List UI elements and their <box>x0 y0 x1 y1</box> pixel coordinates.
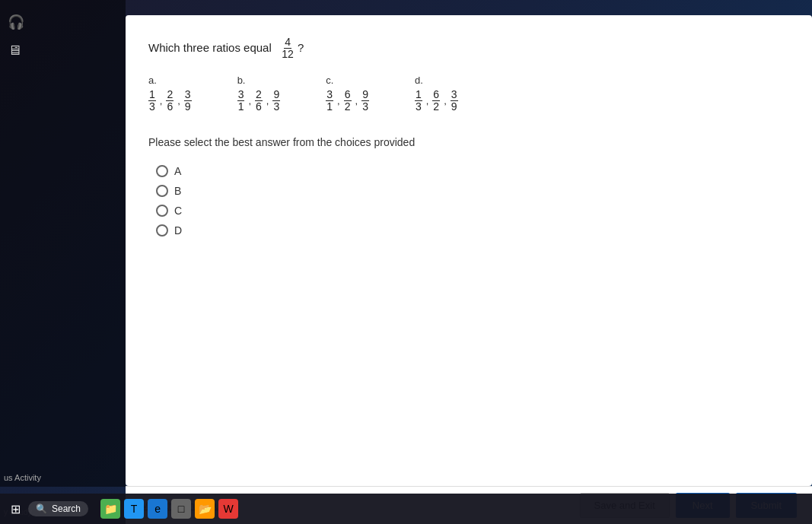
choice-d-letter: d. <box>415 75 423 86</box>
choice-b-fractions: 3 1 , 2 6 , 9 3 <box>237 89 281 113</box>
option-b-circle <box>156 185 168 197</box>
choice-d-frac1: 1 3 <box>415 89 422 113</box>
choice-c-frac3: 9 3 <box>361 89 369 113</box>
choices-row: a. 1 3 , 2 6 , 3 9 b. <box>148 75 789 113</box>
question-text: Which three ratios equal <box>148 41 272 54</box>
option-a-circle <box>156 165 168 177</box>
choice-b-frac2: 2 6 <box>255 89 263 113</box>
choice-a-letter: a. <box>148 75 157 86</box>
option-a-label: A <box>174 165 181 177</box>
choice-a: a. 1 3 , 2 6 , 3 9 <box>148 75 192 113</box>
choice-a-frac3: 3 9 <box>184 89 192 113</box>
question-fraction-num: 4 <box>284 37 291 49</box>
taskbar-app-explorer[interactable]: 📁 <box>100 499 120 519</box>
choice-a-fractions: 1 3 , 2 6 , 3 9 <box>148 89 192 113</box>
choice-b: b. 3 1 , 2 6 , 9 3 <box>237 75 281 113</box>
windows-start-icon[interactable]: ⊞ <box>8 499 24 519</box>
choice-d-frac3: 3 9 <box>451 89 458 113</box>
choice-b-frac3: 9 3 <box>272 89 280 113</box>
question-fraction-den: 12 <box>281 49 295 60</box>
question-title: Which three ratios equal 4 12 ? <box>148 37 789 61</box>
answer-options: A B C D <box>156 165 789 237</box>
headphone-icon: 🎧 <box>8 14 24 30</box>
choice-b-letter: b. <box>237 75 246 86</box>
taskbar-app-teams[interactable]: T <box>124 499 144 519</box>
option-c-row[interactable]: C <box>156 205 789 217</box>
taskbar-app-edge[interactable]: e <box>148 499 167 519</box>
taskbar-app-misc2[interactable]: 📂 <box>195 499 215 519</box>
monitor-icon: 🖥 <box>8 43 21 59</box>
choice-d-frac2: 6 2 <box>432 89 440 113</box>
taskbar-apps: 📁 T e □ 📂 W <box>100 499 238 519</box>
taskbar-search-label: Search <box>52 503 81 514</box>
option-d-circle <box>156 224 168 237</box>
option-b-label: B <box>174 185 181 197</box>
option-b-row[interactable]: B <box>156 185 789 197</box>
question-suffix: ? <box>298 41 304 54</box>
option-d-label: D <box>174 224 182 237</box>
choice-b-frac1: 3 1 <box>237 89 245 113</box>
instruction-text: Please select the best answer from the c… <box>148 136 789 148</box>
choice-c-fractions: 3 1 , 6 2 , 9 3 <box>326 89 369 113</box>
quiz-container: Which three ratios equal 4 12 ? a. 1 3 ,… <box>126 15 812 486</box>
taskbar-search-icon: 🔍 <box>36 503 47 514</box>
question-fraction: 4 12 <box>281 37 295 61</box>
activity-label: us Activity <box>4 473 41 482</box>
choice-c: c. 3 1 , 6 2 , 9 3 <box>326 75 369 113</box>
choice-a-frac1: 1 3 <box>148 89 156 113</box>
taskbar-app-misc3[interactable]: W <box>218 499 238 519</box>
taskbar-app-misc1[interactable]: □ <box>171 499 191 519</box>
taskbar: ⊞ 🔍 Search 📁 T e □ 📂 W <box>0 494 812 524</box>
choice-c-letter: c. <box>326 75 333 86</box>
choice-a-frac2: 2 6 <box>166 89 174 113</box>
taskbar-search-bar[interactable]: 🔍 Search <box>28 501 88 516</box>
choice-d-fractions: 1 3 , 6 2 , 3 9 <box>415 89 458 113</box>
sidebar-left: 🎧 🖥 <box>0 0 126 487</box>
option-a-row[interactable]: A <box>156 165 789 177</box>
choice-c-frac1: 3 1 <box>326 89 333 113</box>
choice-c-frac2: 6 2 <box>344 89 352 113</box>
choice-d: d. 1 3 , 6 2 , 3 9 <box>415 75 458 113</box>
option-c-label: C <box>174 205 182 217</box>
option-d-row[interactable]: D <box>156 224 789 237</box>
option-c-circle <box>156 205 168 217</box>
